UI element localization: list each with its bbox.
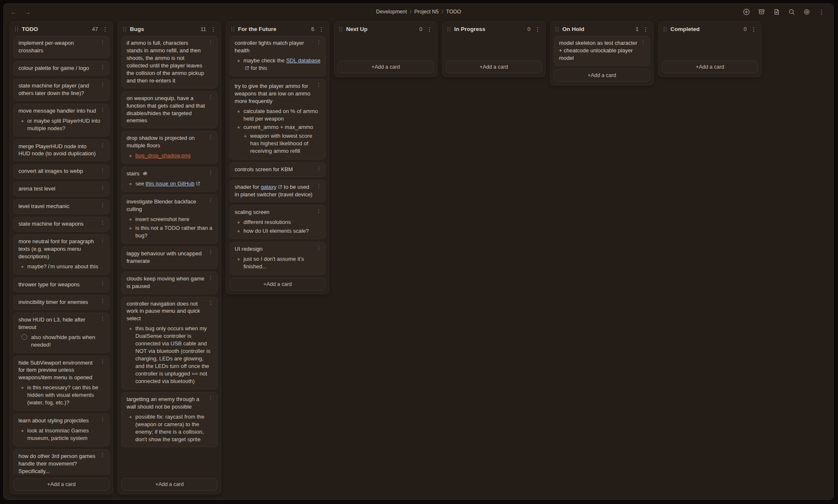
column-menu-button[interactable]: ⋮ bbox=[751, 26, 757, 32]
forward-button[interactable]: → bbox=[24, 8, 31, 15]
add-card-button[interactable]: +Add a card bbox=[122, 478, 217, 491]
card-menu-button[interactable]: ⋮ bbox=[208, 95, 213, 100]
card-menu-button[interactable]: ⋮ bbox=[100, 143, 105, 148]
card[interactable]: targetting an enemy through a wall shoul… bbox=[122, 392, 217, 447]
card-menu-button[interactable]: ⋮ bbox=[100, 281, 105, 286]
card-menu-button[interactable]: ⋮ bbox=[100, 359, 105, 364]
card[interactable]: scaling screen⋮different resolutionshow … bbox=[230, 205, 326, 239]
back-button[interactable]: ← bbox=[10, 8, 17, 15]
card-menu-button[interactable]: ⋮ bbox=[208, 275, 213, 280]
card-menu-button[interactable]: ⋮ bbox=[100, 39, 105, 44]
card[interactable]: convert all images to webp⋮ bbox=[13, 164, 109, 179]
card[interactable]: shader for galaxy to be used in planet s… bbox=[230, 180, 326, 202]
card-menu-button[interactable]: ⋮ bbox=[316, 82, 321, 87]
card[interactable]: learn about styling projectiles⋮look at … bbox=[13, 414, 109, 446]
card[interactable]: state machine for weapons⋮ bbox=[13, 217, 109, 231]
card-menu-button[interactable]: ⋮ bbox=[316, 166, 321, 171]
card-menu-button[interactable]: ⋮ bbox=[208, 250, 213, 255]
drag-handle-icon[interactable] bbox=[123, 27, 127, 32]
drag-handle-icon[interactable] bbox=[555, 27, 559, 32]
card[interactable]: try to give the player ammo for weapons … bbox=[230, 79, 326, 159]
column-menu-button[interactable]: ⋮ bbox=[643, 26, 649, 32]
card[interactable]: arena test level⋮ bbox=[13, 182, 109, 196]
card[interactable]: controller lights match player health⋮ma… bbox=[230, 36, 326, 76]
card-menu-button[interactable]: ⋮ bbox=[100, 203, 105, 208]
plus-circle-button[interactable] bbox=[741, 7, 751, 17]
card[interactable]: state machine for player (and others lat… bbox=[13, 79, 109, 101]
breadcrumb-item-development[interactable]: Development bbox=[376, 9, 407, 15]
breadcrumb-item-project-n5[interactable]: Project N5 bbox=[414, 9, 439, 15]
card-menu-button[interactable]: ⋮ bbox=[316, 183, 321, 188]
document-button[interactable] bbox=[771, 7, 781, 17]
add-card-button[interactable]: +Add a card bbox=[662, 61, 758, 73]
card-menu-button[interactable]: ⋮ bbox=[208, 198, 213, 203]
card-menu-button[interactable]: ⋮ bbox=[641, 39, 646, 44]
drag-handle-icon[interactable] bbox=[231, 27, 235, 32]
drag-handle-icon[interactable] bbox=[447, 27, 451, 32]
card[interactable]: laggy behaviour with uncapped framerate⋮ bbox=[122, 247, 217, 269]
card-menu-button[interactable]: ⋮ bbox=[100, 220, 105, 225]
card[interactable]: more neutral font for paragraph texts (e… bbox=[13, 234, 109, 275]
card[interactable]: investigate Blender backface culling⋮ins… bbox=[122, 195, 217, 244]
card-menu-button[interactable]: ⋮ bbox=[316, 39, 321, 44]
card[interactable]: implement per-weapon crosshairs⋮ bbox=[13, 36, 109, 58]
column-menu-button[interactable]: ⋮ bbox=[210, 26, 216, 32]
column-menu-button[interactable]: ⋮ bbox=[535, 26, 541, 32]
card-link[interactable]: bug_drop_shadow.png bbox=[135, 152, 191, 159]
card[interactable]: hide SubViewport environment for item pr… bbox=[13, 356, 109, 411]
card-menu-button[interactable]: ⋮ bbox=[100, 64, 105, 69]
breadcrumb-item-todo[interactable]: TODO bbox=[446, 9, 461, 15]
card-menu-button[interactable]: ⋮ bbox=[100, 453, 105, 458]
card[interactable]: show HUD on L3, hide after timeout⋮also … bbox=[13, 313, 109, 353]
card[interactable]: stairs ⋮see this issue on GitHub bbox=[122, 167, 217, 192]
card-menu-button[interactable]: ⋮ bbox=[100, 417, 105, 422]
card[interactable]: move message handler into hud⋮or maybe s… bbox=[13, 104, 109, 136]
card-menu-button[interactable]: ⋮ bbox=[316, 208, 321, 213]
drag-handle-icon[interactable] bbox=[663, 27, 667, 32]
card[interactable]: clouds keep moving when game is paused⋮ bbox=[122, 272, 217, 294]
archive-button[interactable] bbox=[756, 7, 766, 17]
column-menu-button[interactable]: ⋮ bbox=[102, 26, 108, 32]
card-menu-button[interactable]: ⋮ bbox=[100, 167, 105, 172]
card-menu-button[interactable]: ⋮ bbox=[100, 238, 105, 243]
card-menu-button[interactable]: ⋮ bbox=[208, 39, 213, 44]
card-menu-button[interactable]: ⋮ bbox=[100, 316, 105, 321]
add-card-button[interactable]: +Add a card bbox=[446, 61, 542, 73]
card-menu-button[interactable]: ⋮ bbox=[100, 82, 105, 87]
card[interactable]: controller navigation does not work in p… bbox=[122, 297, 217, 389]
card[interactable]: UI redesign⋮just so I don't assume it's … bbox=[230, 242, 326, 275]
card-link[interactable]: galaxy bbox=[261, 184, 282, 190]
card[interactable]: controls screen for KBM⋮ bbox=[230, 162, 326, 177]
card[interactable]: model skeleton as test character + cheat… bbox=[554, 36, 650, 66]
card-menu-button[interactable]: ⋮ bbox=[316, 245, 321, 250]
card-menu-button[interactable]: ⋮ bbox=[208, 134, 213, 139]
drag-handle-icon[interactable] bbox=[15, 27, 18, 32]
card-menu-button[interactable]: ⋮ bbox=[208, 300, 213, 305]
card[interactable]: merge PlayerHUD node into HUD node (to a… bbox=[13, 139, 109, 162]
card-menu-button[interactable]: ⋮ bbox=[208, 170, 213, 175]
card[interactable]: colour palette for game / logo⋮ bbox=[13, 61, 109, 76]
kebab-menu-button[interactable]: ⋮ bbox=[817, 7, 827, 17]
column-menu-button[interactable]: ⋮ bbox=[318, 26, 324, 32]
add-card-button[interactable]: +Add a card bbox=[13, 478, 109, 491]
card[interactable]: level travel mechanic⋮ bbox=[13, 199, 109, 214]
card[interactable]: on weapon unequip, have a function that … bbox=[122, 91, 217, 129]
checkbox-circle[interactable] bbox=[21, 334, 27, 340]
card-menu-button[interactable]: ⋮ bbox=[100, 298, 105, 303]
card[interactable]: thrower type for weapons⋮ bbox=[13, 278, 109, 292]
add-card-button[interactable]: +Add a card bbox=[554, 69, 650, 82]
gear-button[interactable] bbox=[802, 7, 812, 17]
card[interactable]: how do other 3rd person games handle the… bbox=[13, 449, 109, 475]
column-menu-button[interactable]: ⋮ bbox=[427, 26, 432, 32]
card-menu-button[interactable]: ⋮ bbox=[100, 185, 105, 190]
card-menu-button[interactable]: ⋮ bbox=[100, 107, 105, 112]
card[interactable]: drop shadow is projected on multiple flo… bbox=[122, 131, 217, 164]
search-button[interactable] bbox=[786, 7, 797, 17]
card-link[interactable]: this issue on GitHub bbox=[146, 180, 200, 187]
add-card-button[interactable]: +Add a card bbox=[230, 278, 326, 291]
drag-handle-icon[interactable] bbox=[339, 27, 343, 32]
add-card-button[interactable]: +Add a card bbox=[338, 61, 434, 73]
card[interactable]: invincibility timer for enemies⋮ bbox=[13, 295, 109, 310]
card-menu-button[interactable]: ⋮ bbox=[208, 396, 213, 401]
card[interactable]: if ammo is full, characters stands in am… bbox=[122, 36, 217, 88]
